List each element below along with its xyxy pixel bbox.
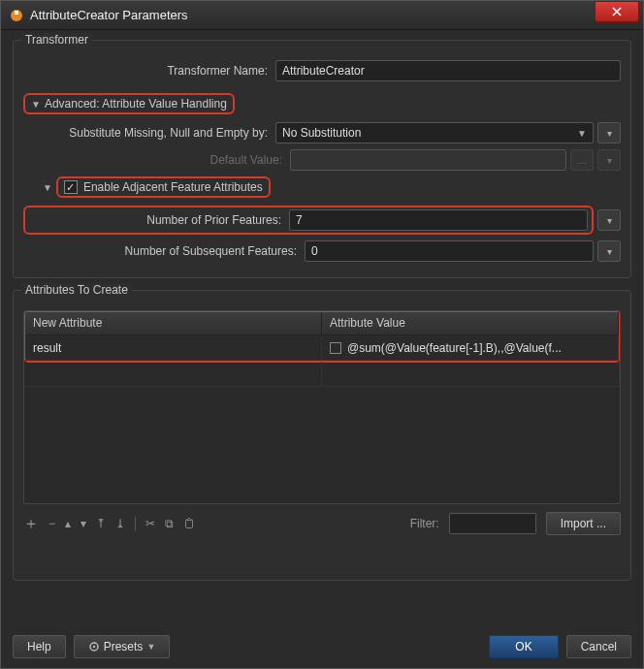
move-up-button[interactable]: ▴	[65, 517, 71, 530]
enable-adjacent-label: Enable Adjacent Feature Attributes	[83, 180, 263, 194]
substitute-value: No Substitution	[282, 126, 361, 140]
titlebar: AttributeCreator Parameters	[1, 1, 643, 30]
table-toolbar: ＋ − ▴ ▾ ⤒ ⤓ ✂ ⧉ 📋︎ Filter: Import ...	[23, 512, 621, 535]
close-button[interactable]	[595, 1, 639, 22]
default-value-input	[290, 149, 566, 171]
transformer-name-input[interactable]	[275, 60, 621, 81]
import-button[interactable]: Import ...	[546, 512, 621, 535]
chevron-down-icon: ▼	[31, 99, 41, 110]
help-button[interactable]: Help	[13, 635, 66, 658]
advanced-label: Advanced: Attribute Value Handling	[45, 97, 227, 111]
dialog-content: Transformer Transformer Name: ▼ Advanced…	[1, 30, 643, 602]
cell-attribute-value-text: @sum(@Value(feature[-1].B),,@Value(f...	[347, 341, 562, 355]
filter-input[interactable]	[449, 513, 536, 534]
default-value-menu-button: ▾	[597, 149, 621, 171]
enable-adjacent-checkbox[interactable]: ✓	[64, 180, 78, 194]
subsequent-menu-button[interactable]: ▾	[597, 240, 621, 262]
gear-icon	[88, 641, 100, 653]
move-top-button[interactable]: ⤒	[96, 517, 106, 530]
substitute-label: Substitute Missing, Null and Empty by:	[23, 126, 275, 140]
copy-button[interactable]: ⧉	[165, 517, 174, 530]
ok-button[interactable]: OK	[489, 635, 558, 658]
col-attribute-value[interactable]: Attribute Value	[322, 312, 619, 334]
move-down-button[interactable]: ▾	[80, 517, 86, 530]
cell-attribute-value[interactable]: @sum(@Value(feature[-1].B),,@Value(f...	[322, 335, 619, 360]
attributes-group: Attributes To Create New Attribute Attri…	[13, 290, 631, 581]
subsequent-label: Number of Subsequent Features:	[23, 244, 305, 258]
chevron-down-icon: ▼	[577, 128, 587, 139]
presets-button[interactable]: Presets ▼	[74, 635, 171, 658]
table-header: New Attribute Attribute Value	[25, 312, 619, 335]
transformer-group: Transformer Transformer Name: ▼ Advanced…	[13, 40, 631, 278]
transformer-legend: Transformer	[21, 33, 92, 47]
prior-input[interactable]	[289, 209, 588, 231]
move-bottom-button[interactable]: ⤓	[115, 517, 125, 530]
transformer-name-label: Transformer Name:	[23, 64, 275, 78]
default-value-ellipsis-button: …	[570, 149, 594, 171]
default-value-label: Default Value:	[23, 153, 290, 167]
svg-rect-1	[15, 11, 18, 15]
substitute-combo[interactable]: No Substitution ▼	[275, 122, 594, 143]
substitute-menu-button[interactable]: ▾	[597, 122, 621, 143]
cancel-button[interactable]: Cancel	[566, 635, 631, 658]
dialog-footer: Help Presets ▼ OK Cancel	[13, 635, 631, 658]
prior-label: Number of Prior Features:	[29, 213, 289, 227]
value-editor-icon	[330, 342, 341, 354]
window-title: AttributeCreator Parameters	[30, 8, 595, 22]
app-icon	[9, 8, 24, 23]
chevron-down-icon: ▼	[146, 642, 155, 652]
advanced-disclosure[interactable]: ▼ Advanced: Attribute Value Handling	[23, 93, 621, 114]
table-row-empty[interactable]	[24, 362, 620, 387]
enable-adjacent-row[interactable]: ▼ ✓ Enable Adjacent Feature Attributes	[43, 176, 621, 198]
cut-button[interactable]: ✂	[145, 517, 155, 530]
attributes-legend: Attributes To Create	[21, 283, 132, 297]
chevron-down-icon: ▼	[43, 182, 52, 193]
prior-menu-button[interactable]: ▾	[597, 209, 621, 231]
paste-button[interactable]: 📋︎	[183, 517, 195, 530]
remove-row-button[interactable]: −	[48, 517, 55, 530]
col-new-attribute[interactable]: New Attribute	[25, 312, 322, 334]
table-row[interactable]: result @sum(@Value(feature[-1].B),,@Valu…	[25, 335, 619, 361]
filter-label: Filter:	[410, 517, 439, 530]
cell-new-attribute[interactable]: result	[25, 335, 322, 360]
subsequent-input[interactable]	[305, 240, 594, 262]
add-row-button[interactable]: ＋	[23, 514, 39, 534]
dialog-window: AttributeCreator Parameters Transformer …	[0, 0, 644, 669]
svg-point-3	[92, 646, 94, 648]
attributes-table: New Attribute Attribute Value result @su…	[23, 310, 621, 504]
